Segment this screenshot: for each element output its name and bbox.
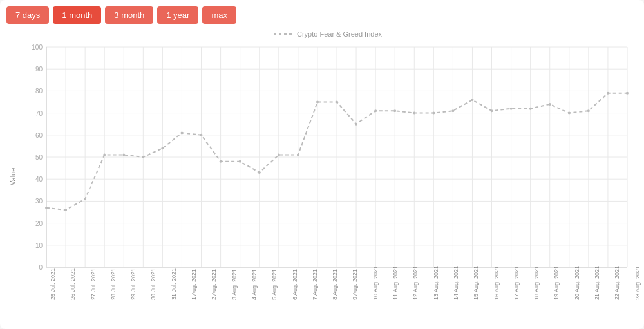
svg-point-81: [549, 103, 551, 106]
svg-text:100: 100: [32, 44, 43, 51]
svg-text:70: 70: [35, 110, 43, 117]
svg-text:50: 50: [35, 154, 43, 161]
x-label: 13 Aug. 2021: [433, 294, 439, 300]
svg-point-84: [607, 92, 609, 95]
x-label: 21 Aug. 2021: [594, 294, 600, 300]
x-label: 15 Aug. 2021: [473, 294, 479, 300]
chart-svg: 0102030405060708090100: [18, 41, 638, 277]
x-label: 25 Jul. 2021: [50, 294, 56, 300]
svg-point-56: [64, 209, 67, 211]
x-label: 16 Aug. 2021: [493, 294, 500, 300]
x-label: 23 Aug. 2021: [634, 294, 641, 300]
svg-text:80: 80: [35, 88, 43, 95]
x-labels-inner: 25 Jul. 202126 Jul. 202127 Jul. 202128 J…: [46, 277, 638, 303]
svg-point-61: [161, 147, 164, 149]
svg-point-63: [200, 134, 203, 136]
svg-point-85: [626, 92, 629, 95]
svg-text:30: 30: [35, 198, 43, 205]
x-labels-row: 25 Jul. 202126 Jul. 202127 Jul. 202128 J…: [18, 277, 638, 323]
x-label: 5 Aug. 2021: [271, 294, 278, 300]
x-label: 7 Aug. 2021: [312, 294, 318, 300]
svg-point-60: [142, 156, 144, 158]
x-label: 9 Aug. 2021: [352, 294, 358, 300]
svg-text:0: 0: [39, 264, 43, 271]
btn-7-days[interactable]: 7 days: [6, 6, 49, 24]
x-label: 18 Aug. 2021: [533, 294, 540, 300]
main-container: 7 days1 month3 month1 yearmax Value Cryp…: [0, 0, 644, 329]
chart-inner: Crypto Fear & Greed Index 01020304050607…: [18, 30, 638, 323]
svg-point-80: [529, 108, 532, 110]
x-label: 11 Aug. 2021: [392, 294, 399, 300]
svg-point-70: [336, 101, 338, 104]
svg-text:20: 20: [35, 220, 43, 227]
svg-point-82: [568, 112, 571, 115]
svg-point-66: [258, 171, 261, 174]
svg-point-62: [180, 131, 183, 134]
x-label: 6 Aug. 2021: [292, 294, 298, 300]
x-label: 31 Jul. 2021: [171, 294, 177, 300]
x-label: 27 Jul. 2021: [90, 294, 97, 300]
legend-line: [274, 33, 293, 35]
svg-point-75: [432, 112, 435, 115]
svg-point-74: [413, 112, 415, 115]
svg-point-59: [122, 154, 125, 156]
x-label: 22 Aug. 2021: [614, 294, 620, 300]
x-label: 17 Aug. 2021: [513, 294, 520, 300]
svg-point-68: [297, 154, 299, 156]
svg-point-73: [393, 109, 396, 112]
legend-label: Crypto Fear & Greed Index: [297, 30, 382, 38]
x-label: 1 Aug. 2021: [191, 294, 197, 300]
svg-point-77: [471, 99, 473, 101]
btn-max[interactable]: max: [202, 6, 236, 24]
svg-text:40: 40: [35, 176, 43, 183]
chart-area: Value Crypto Fear & Greed Index 01020304…: [6, 30, 638, 323]
svg-point-64: [220, 160, 222, 163]
svg-point-71: [355, 123, 357, 126]
svg-point-79: [510, 108, 513, 110]
x-label: 28 Jul. 2021: [110, 294, 117, 300]
svg-point-67: [278, 154, 280, 156]
svg-point-69: [316, 101, 319, 104]
x-label: 2 Aug. 2021: [211, 294, 217, 300]
x-label: 4 Aug. 2021: [251, 294, 258, 300]
btn-3-month[interactable]: 3 month: [105, 6, 153, 24]
svg-point-57: [84, 198, 86, 200]
btn-1-year[interactable]: 1 year: [157, 6, 198, 24]
x-label: 20 Aug. 2021: [574, 294, 580, 300]
x-label: 3 Aug. 2021: [231, 294, 238, 300]
toolbar: 7 days1 month3 month1 yearmax: [6, 6, 638, 24]
svg-point-55: [45, 207, 48, 209]
btn-1-month[interactable]: 1 month: [53, 6, 101, 24]
x-label: 19 Aug. 2021: [553, 294, 560, 300]
svg-point-72: [374, 109, 377, 112]
x-label: 14 Aug. 2021: [453, 294, 459, 300]
svg-text:90: 90: [35, 66, 43, 73]
x-label: 30 Jul. 2021: [150, 294, 156, 300]
x-label: 8 Aug. 2021: [332, 294, 338, 300]
svg-point-65: [239, 160, 242, 163]
svg-text:10: 10: [35, 242, 43, 249]
x-label: 29 Jul. 2021: [130, 294, 137, 300]
x-label: 26 Jul. 2021: [70, 294, 76, 300]
y-axis-label: Value: [6, 30, 18, 323]
legend: Crypto Fear & Greed Index: [18, 30, 638, 38]
svg-point-76: [451, 109, 454, 112]
x-label: 12 Aug. 2021: [412, 294, 419, 300]
svg-point-78: [491, 109, 493, 112]
x-label: 10 Aug. 2021: [372, 294, 379, 300]
svg-text:60: 60: [35, 132, 43, 139]
svg-point-83: [587, 109, 590, 112]
svg-point-58: [103, 154, 106, 156]
